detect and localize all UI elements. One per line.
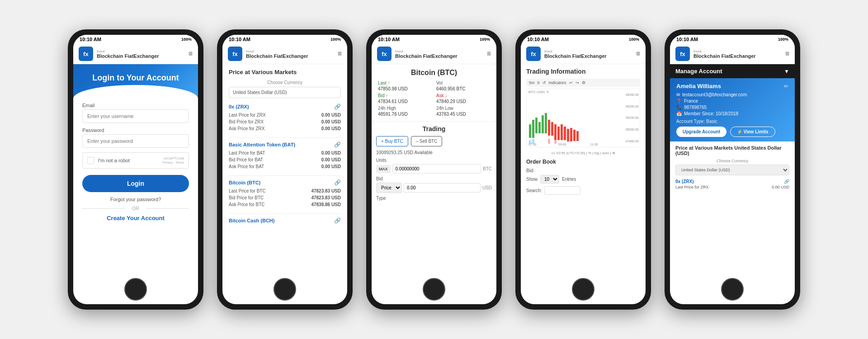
hamburger-menu-1[interactable]: ≡ — [189, 50, 193, 58]
user-phone-item: 📞 987898765 — [676, 105, 788, 110]
chart-refresh-icon[interactable]: ↺ — [542, 80, 546, 85]
link-icon-bch[interactable]: 🔗 — [334, 217, 341, 224]
svg-rect-10 — [561, 124, 563, 140]
bid-type-select[interactable]: Price — [376, 183, 402, 193]
home-button-5[interactable] — [721, 278, 744, 301]
market-item-btc: Bitcoin (BTC) 🔗 Last Price for BTC47823.… — [229, 179, 341, 208]
phone5-zrx-link-icon[interactable]: 🔗 — [784, 179, 789, 184]
chart-param-0[interactable]: 0 — [538, 80, 540, 85]
app-title-group-4: inout Blockchain FiatExchanger — [544, 49, 636, 59]
btc-stat-low: 24h Low 43783.45 USD — [436, 106, 490, 117]
chart-undo-icon[interactable]: ↩ — [569, 80, 573, 85]
link-icon-zrx[interactable]: 🔗 — [334, 104, 341, 110]
market-name-bch[interactable]: Bitcoin Cash (BCH) — [229, 218, 274, 223]
svg-rect-14 — [573, 130, 576, 141]
link-icon-bat[interactable]: 🔗 — [334, 141, 341, 148]
bid-input[interactable] — [404, 183, 481, 193]
show-select[interactable]: 10 25 50 — [540, 175, 559, 184]
email-input[interactable] — [82, 109, 189, 123]
upgrade-account-button[interactable]: Upgrade Account — [676, 127, 726, 137]
market-name-bat[interactable]: Basic Attention Token (BAT) — [229, 142, 295, 147]
calendar-icon: 📅 — [676, 111, 682, 116]
hamburger-menu-5[interactable]: ≡ — [785, 50, 789, 58]
chart-area: BTC-USD, 5 48300.00 45200.00 45100.00 45… — [526, 89, 640, 147]
type-label: Type — [376, 196, 492, 201]
home-button-3[interactable] — [423, 278, 445, 301]
manage-header-arrow-icon[interactable]: ▼ — [784, 68, 789, 75]
bid-row: Price USD — [376, 183, 492, 193]
hamburger-menu-3[interactable]: ≡ — [487, 50, 491, 58]
chart-toolbar: 5m 0 ↺ Indicators ↩ ↪ ⚙ — [526, 79, 640, 87]
app-title-group-5: inout Blockchain FiatExchanger — [693, 49, 785, 59]
btc-stat-ask: Ask ↓ 47840.29 USD — [436, 93, 490, 104]
hamburger-menu-2[interactable]: ≡ — [338, 50, 342, 58]
units-label: Units — [376, 158, 492, 163]
login-button[interactable]: Login — [82, 175, 189, 192]
trading-section: Trading + Buy BTC – Sell BTC 10089293.25… — [372, 121, 496, 206]
home-button-2[interactable] — [274, 278, 296, 301]
app-header-2: fx inout Blockchain FiatExchanger ≡ — [222, 44, 347, 64]
member-since: Member Since: 10/18/2018 — [684, 111, 738, 116]
market-name-zrx[interactable]: 0x (ZRX) — [229, 104, 249, 109]
units-suffix: BTC — [483, 166, 492, 171]
chart-redo-icon[interactable]: ↪ — [576, 80, 579, 85]
bid-suffix: USD — [482, 185, 492, 190]
edit-profile-icon[interactable]: ✏ — [784, 83, 788, 89]
market-row: Last Price for BAT0.00 USD — [229, 150, 341, 156]
chart-bottom-bar: 11:10:56 (UTC+5:30) | % | log | auto | ⊕ — [526, 151, 640, 155]
market-item-bch: Bitcoin Cash (BCH) 🔗 — [229, 217, 341, 224]
chart-timeframe-5m[interactable]: 5m — [529, 80, 535, 85]
hamburger-menu-4[interactable]: ≡ — [636, 50, 640, 58]
max-button[interactable]: MAX — [376, 165, 391, 173]
login-title: Login to Your Account — [82, 73, 189, 83]
svg-rect-13 — [570, 128, 572, 141]
phone5-currency-select[interactable]: United States Dollar (USD) — [675, 165, 789, 175]
create-account-link[interactable]: Create Your Account — [82, 215, 189, 221]
divider: OR — [82, 206, 189, 211]
units-input[interactable] — [392, 164, 481, 174]
app-header-1: fx inout Blockchain FiatExchanger ≡ — [73, 44, 198, 64]
sell-btc-button[interactable]: – Sell BTC — [411, 136, 443, 146]
svg-rect-19 — [554, 140, 557, 144]
manage-account-header: Manage Account ▼ — [670, 64, 795, 78]
search-input-4[interactable] — [544, 186, 580, 195]
market-content: Price at Various Markets Choose Currency… — [222, 64, 347, 274]
link-icon-btc[interactable]: 🔗 — [334, 179, 341, 186]
market-name-btc[interactable]: Bitcoin (BTC) — [229, 180, 260, 185]
captcha-checkbox[interactable] — [87, 157, 94, 164]
chart-settings-icon[interactable]: ⚙ — [582, 80, 585, 85]
battery-icon: 100% — [181, 37, 192, 42]
entries-label: Entries — [562, 177, 576, 182]
currency-select-2[interactable]: United States Dollar (USD) — [229, 87, 341, 98]
home-button-4[interactable] — [572, 278, 594, 301]
buy-btc-button[interactable]: + Buy BTC — [376, 136, 408, 146]
currency-label-2: Choose Currency — [229, 80, 341, 85]
phone5-zrx-name[interactable]: 0x (ZRX) — [675, 179, 694, 184]
app-header-3: fx inout Blockchain FiatExchanger ≡ — [372, 44, 496, 64]
btc-title: Bitcoin (BTC) — [376, 69, 492, 77]
forgot-password-link[interactable]: Forgot your password? — [82, 197, 189, 202]
market-row: Bid Price for BAT0.00 USD — [229, 156, 341, 163]
status-bar-3: 10:10 AM 100% — [372, 35, 496, 44]
app-logo-1: fx — [79, 47, 93, 61]
password-input[interactable] — [82, 134, 189, 148]
svg-rect-18 — [548, 139, 550, 144]
search-label: Search: — [526, 188, 542, 193]
view-limits-button[interactable]: ⚡ View Limits — [730, 127, 775, 137]
user-name-row: Amelia Williams ✏ — [676, 83, 788, 89]
phone4-content: Trading Information 5m 0 ↺ Indicators ↩ … — [521, 64, 646, 274]
chart-indicators[interactable]: Indicators — [549, 80, 566, 85]
market-row: Last Price for ZRX0.00 USD — [229, 112, 341, 118]
market-row: Ask Price for BAT0.00 USD — [229, 163, 341, 170]
btc-stat-bid: Bid ↑ 47834.61 USD — [378, 93, 432, 104]
user-email-item: ✉ testaccount3@bfexchanger.com — [676, 92, 788, 97]
order-book-title: Order Book — [526, 159, 640, 165]
phone5-zrx-row: Last Price for ZRX 0.00 USD — [675, 185, 789, 189]
chart-prices: 48300.00 45200.00 45100.00 45000.00 4790… — [626, 89, 639, 147]
account-buttons-row: Upgrade Account ⚡ View Limits — [676, 127, 788, 137]
btc-header: Bitcoin (BTC) Last ↑ 47850.98 USD Vol 64… — [372, 64, 496, 121]
home-button-1[interactable] — [124, 278, 147, 301]
email-label: Email — [82, 103, 189, 108]
show-label: Show — [526, 177, 538, 182]
trading-info-title: Trading Information — [526, 68, 640, 75]
